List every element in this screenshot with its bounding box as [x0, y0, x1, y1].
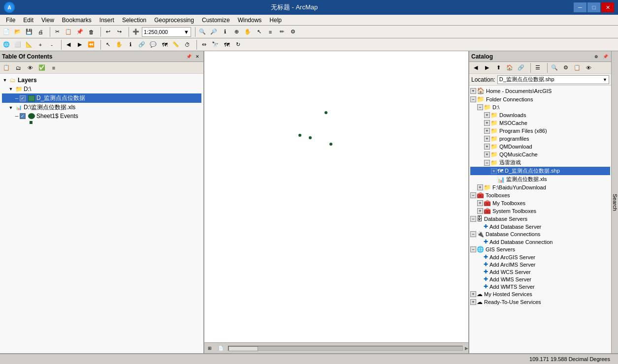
zoom-full-btn[interactable]: 🌐	[1, 39, 12, 50]
field-calc-btn[interactable]: ⚙	[288, 27, 298, 37]
cat-my-hosted-toggle[interactable]: +	[470, 291, 476, 297]
cat-add-wmts-server[interactable]: ✚ Add WMTS Server	[470, 283, 610, 290]
maximize-button[interactable]: □	[587, 2, 600, 12]
cat-db-servers-toggle[interactable]: −	[470, 216, 476, 222]
zoom-sel-btn[interactable]: ⬜	[12, 39, 23, 50]
find-route-btn[interactable]: 🗺	[159, 39, 170, 50]
cat-msocache[interactable]: + 📁 MSOCache	[470, 119, 610, 127]
cat-my-toolboxes[interactable]: + 🧰 My Toolboxes	[470, 199, 610, 207]
menu-insert[interactable]: Insert	[96, 16, 118, 25]
rotate-tool[interactable]: ↻	[232, 39, 243, 50]
cat-my-hosted[interactable]: + ☁ My Hosted Services	[470, 290, 610, 298]
cat-search1-btn[interactable]: 🔍	[549, 62, 560, 73]
toc-close-btn[interactable]: ✕	[194, 53, 201, 61]
cat-d-drive-toggle[interactable]: −	[477, 104, 483, 110]
paste-btn[interactable]: 📌	[74, 27, 85, 37]
cat-gis-srv-toggle[interactable]: −	[470, 246, 476, 252]
zoom-out-btn[interactable]: 🔎	[208, 27, 219, 37]
undo-btn[interactable]: ↩	[102, 27, 113, 37]
location-dropdown[interactable]: ▼	[603, 77, 607, 82]
cat-back-btn[interactable]: ◀	[470, 62, 481, 73]
sheet1-checkbox[interactable]: ✓	[20, 113, 26, 119]
back-btn[interactable]: ◀	[63, 39, 74, 50]
d-drive-toggle[interactable]: ▼	[8, 86, 14, 92]
cat-metadata-btn[interactable]: 📋	[572, 62, 583, 73]
catalog-location-value[interactable]: D_监测点点位数据.shp ▼	[497, 75, 609, 84]
scale-box[interactable]: 1:250,000 ▼	[142, 27, 191, 37]
toc-layer-1[interactable]: ─ ✓ D_监测点点位数据	[2, 93, 201, 103]
cat-forward-btn[interactable]: ▶	[482, 62, 492, 73]
cat-d-drive[interactable]: − 📁 D:\	[470, 103, 610, 111]
cat-preview-btn[interactable]: 👁	[583, 62, 594, 73]
redo-btn[interactable]: ↪	[114, 27, 125, 37]
toc-by-source-btn[interactable]: 🗂	[13, 62, 24, 73]
catalog-pin-btn[interactable]: 📌	[601, 53, 609, 61]
cat-sys-tb-toggle[interactable]: +	[477, 208, 483, 214]
time-slider[interactable]: ⏱	[182, 39, 193, 50]
cat-toolboxes-toggle[interactable]: −	[470, 192, 476, 198]
catalog-add-btn[interactable]: ⊕	[592, 53, 600, 61]
cut-btn[interactable]: ✂	[52, 27, 63, 37]
adddata-btn[interactable]: ➕	[130, 27, 141, 37]
new-btn[interactable]: 📄	[1, 27, 12, 37]
cat-folder-connections[interactable]: − 📁 Folder Connections	[470, 95, 610, 103]
menu-edit[interactable]: Edit	[19, 16, 37, 25]
zoom-layer-btn[interactable]: 📐	[24, 39, 34, 50]
cat-add-db-conn[interactable]: ✚ Add Database Connection	[470, 238, 610, 245]
more-btn[interactable]: ≡	[265, 27, 276, 37]
cat-program-files[interactable]: + 📁 Program Files (x86)	[470, 127, 610, 135]
cat-home[interactable]: + 🏠 Home - Documents\ArcGIS	[470, 87, 610, 95]
cat-xlyx-toggle[interactable]: −	[484, 160, 490, 166]
measure-tool[interactable]: 📏	[170, 39, 181, 50]
cat-home-toggle[interactable]: +	[470, 88, 476, 94]
menu-file[interactable]: File	[2, 16, 19, 25]
menu-geoprocessing[interactable]: Geoprocessing	[150, 16, 198, 25]
map-canvas[interactable]	[204, 51, 468, 342]
cat-program-files-toggle[interactable]: +	[484, 128, 490, 134]
prev-extent[interactable]: ⏪	[86, 39, 97, 50]
magnifier-window[interactable]: 🔭	[210, 39, 221, 50]
pan-tool[interactable]: ✋	[114, 39, 125, 50]
cat-baidu[interactable]: + 📁 F:\BaiduYunDownload	[470, 183, 610, 191]
scroll-thumb[interactable]	[228, 346, 258, 351]
cat-add-wcs-server[interactable]: ✚ Add WCS Server	[470, 268, 610, 275]
open-btn[interactable]: 📂	[12, 27, 23, 37]
save-btn[interactable]: 💾	[24, 27, 34, 37]
cat-ready-to-use[interactable]: + ☁ Ready-To-Use Services	[470, 298, 610, 306]
cat-connect-btn[interactable]: 🔗	[516, 62, 526, 73]
toc-pin-btn[interactable]: 📌	[185, 53, 193, 61]
data-view-btn[interactable]: ⊞	[204, 343, 215, 354]
toc-by-visibility-btn[interactable]: 👁	[25, 62, 35, 73]
menu-selection[interactable]: Selection	[118, 16, 150, 25]
cat-view-btn[interactable]: ☰	[532, 62, 543, 73]
cat-add-arcgis-server[interactable]: ✚ Add ArcGIS Server	[470, 253, 610, 261]
menu-bookmarks[interactable]: Bookmarks	[58, 16, 96, 25]
cat-db-connections[interactable]: − 🔌 Database Connections	[470, 230, 610, 238]
layout-view-btn[interactable]: 📄	[215, 343, 226, 354]
cat-add-db-server[interactable]: ✚ Add Database Server	[470, 223, 610, 230]
cat-up-btn[interactable]: ⬆	[493, 62, 504, 73]
cat-shp-selected[interactable]: + 🗺 D_监测点点位数据.shp	[470, 167, 610, 175]
cat-qqmusiccache-toggle[interactable]: +	[484, 152, 490, 157]
cat-gis-servers[interactable]: − 🌐 GIS Servers	[470, 245, 610, 253]
layers-toggle[interactable]: ▼	[2, 77, 8, 83]
cat-add-arcims-server[interactable]: ✚ Add ArcIMS Server	[470, 261, 610, 268]
select-tool[interactable]: ↖	[102, 39, 113, 50]
cat-my-tb-toggle[interactable]: +	[477, 200, 483, 206]
cat-home-btn[interactable]: 🏠	[504, 62, 515, 73]
cat-qmdownload[interactable]: + 📁 QMDownload	[470, 143, 610, 151]
cat-programfiles-toggle[interactable]: +	[484, 136, 490, 142]
close-button[interactable]: ✕	[601, 2, 614, 12]
cat-folder-conn-toggle[interactable]: −	[470, 96, 476, 102]
cat-search2-btn[interactable]: ⚙	[560, 62, 571, 73]
cat-qmdownload-toggle[interactable]: +	[484, 144, 490, 150]
search-tab[interactable]: Search	[611, 51, 618, 353]
print-btn[interactable]: 🖨	[35, 27, 46, 37]
cat-qqmusiccache[interactable]: + 📁 QQMusicCache	[470, 151, 610, 158]
cat-xlyx[interactable]: − 📁 迅雷游戏	[470, 158, 610, 167]
menu-help[interactable]: Help	[265, 16, 286, 25]
cat-rtu-toggle[interactable]: +	[470, 299, 476, 305]
layer1-checkbox[interactable]: ✓	[20, 95, 26, 101]
cat-shp-toggle[interactable]: +	[491, 168, 497, 174]
delete-btn[interactable]: 🗑	[86, 27, 97, 37]
